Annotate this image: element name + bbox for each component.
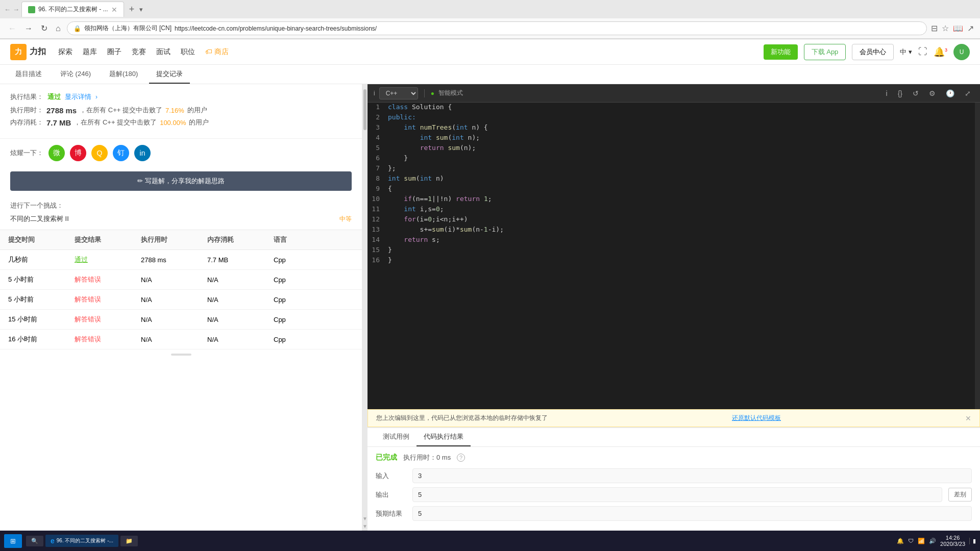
new-tab-btn[interactable]: + <box>126 4 138 15</box>
download-btn[interactable]: 下载 App <box>804 44 846 60</box>
header-right: 新功能 下载 App 会员中心 中 ▾ ⛶ 🔔3 U <box>764 44 970 60</box>
line-num-8: 8 <box>368 174 388 182</box>
runtime-percent: 7.16% <box>165 107 184 114</box>
clock-icon[interactable]: 🕐 <box>943 88 958 99</box>
back-btn[interactable]: ← <box>6 22 18 35</box>
code-line-14: 14 return s; <box>368 235 975 245</box>
tab-back-icon[interactable]: ← <box>4 6 11 13</box>
share-weibo-btn[interactable]: 博 <box>70 145 86 161</box>
code-line-1: 1 class Solution { <box>368 103 975 113</box>
taskbar-notification-icon: 🔔 <box>897 538 904 544</box>
taskbar-search[interactable]: 🔍 <box>26 536 43 546</box>
logo[interactable]: 力 力扣 <box>10 44 46 60</box>
input-value: 3 <box>412 468 972 483</box>
row3-result-fail[interactable]: 解答错误 <box>75 295 101 303</box>
nav-problems[interactable]: 题库 <box>83 47 97 57</box>
runtime-desc: ，在所有 C++ 提交中击败了 <box>80 106 162 115</box>
tab-submissions[interactable]: 提交记录 <box>149 65 190 84</box>
split-view-btn[interactable]: ⊟ <box>931 23 938 33</box>
exec-time: 执行用时：0 ms <box>403 453 451 462</box>
runtime-value: 2788 ms <box>46 106 77 115</box>
result-status: 通过 <box>47 92 61 102</box>
refresh-code-icon[interactable]: ↺ <box>910 88 922 99</box>
restore-default-link[interactable]: 还原默认代码模板 <box>732 414 781 422</box>
home-btn[interactable]: ⌂ <box>54 22 63 35</box>
row3-memory: N/A <box>207 296 274 304</box>
tab-list-arrow[interactable]: ▾ <box>139 6 143 13</box>
new-feature-btn[interactable]: 新功能 <box>764 44 798 60</box>
expand-icon[interactable]: ⤢ <box>962 88 974 99</box>
exec-info-icon[interactable]: ? <box>457 454 465 462</box>
nav-circle[interactable]: 圈子 <box>107 47 121 57</box>
taskbar-network-icon: 📶 <box>918 538 925 544</box>
active-tab[interactable]: 96. 不同的二叉搜索树 - ... ✕ <box>21 2 124 17</box>
reading-list-btn[interactable]: 📖 <box>953 23 963 33</box>
line-num-3: 3 <box>368 123 388 131</box>
notification-text: 您上次编辑到这里，代码已从您浏览器本地的临时存储中恢复了 <box>376 414 548 422</box>
member-btn[interactable]: 会员中心 <box>852 44 894 60</box>
line-content-7: }; <box>388 164 396 172</box>
nav-shop[interactable]: 🏷 商店 <box>205 47 229 57</box>
share-qzone-btn[interactable]: Q <box>91 145 108 161</box>
start-btn[interactable]: ⊞ <box>4 534 22 548</box>
scroll-down-indicator[interactable] <box>171 354 191 356</box>
fullscreen-icon[interactable]: ⛶ <box>918 46 927 57</box>
tab-test-case[interactable]: 测试用例 <box>376 428 416 446</box>
diff-btn[interactable]: 差别 <box>948 488 972 502</box>
tab-solutions[interactable]: 题解(180) <box>102 65 145 84</box>
challenge-name[interactable]: 不同的二叉搜索树 II <box>10 214 69 223</box>
code-icon[interactable]: {} <box>895 88 905 99</box>
table-row: 几秒前 通过 2788 ms 7.7 MB Cpp <box>0 250 362 270</box>
row4-memory: N/A <box>207 316 274 323</box>
row4-result-fail[interactable]: 解答错误 <box>75 315 101 323</box>
notification-close-btn[interactable]: ✕ <box>965 414 971 422</box>
result-status-row: 已完成 执行用时：0 ms ? <box>376 453 972 462</box>
input-row: 输入 3 <box>376 468 972 483</box>
left-panel: 执行结果： 通过 显示详情 › 执行用时： 2788 ms ，在所有 C++ 提… <box>0 84 362 531</box>
info-icon[interactable]: i <box>883 88 891 99</box>
share-wechat-btn[interactable]: 微 <box>48 145 65 161</box>
left-scrollbar[interactable]: ▼ ▼ <box>362 84 368 531</box>
lang-selector[interactable]: C++ Java Python <box>379 87 418 99</box>
share-dingding-btn[interactable]: 钉 <box>113 145 129 161</box>
code-editor[interactable]: 1 class Solution { 2 public: 3 int numTr… <box>368 103 975 409</box>
tab-exec-result[interactable]: 代码执行结果 <box>416 428 471 446</box>
nav-career[interactable]: 职位 <box>181 47 195 57</box>
refresh-btn[interactable]: ↻ <box>39 21 50 35</box>
taskbar-show-desktop[interactable]: ▮ <box>969 538 976 544</box>
tab-forward-icon[interactable]: → <box>13 6 19 13</box>
avatar[interactable]: U <box>953 44 970 60</box>
notification-icon[interactable]: 🔔3 <box>934 46 947 58</box>
settings-icon[interactable]: ⚙ <box>926 88 939 99</box>
line-num-14: 14 <box>368 236 388 243</box>
share-section: 炫耀一下： 微 博 Q 钉 in <box>0 139 362 167</box>
taskbar-ie[interactable]: e 96. 不同的二叉搜索树 -... <box>45 535 118 547</box>
row1-result-pass[interactable]: 通过 <box>75 256 88 263</box>
row1-time: 几秒前 <box>8 255 75 264</box>
taskbar-explorer[interactable]: 📁 <box>120 536 138 546</box>
write-solution-btn[interactable]: ✏ 写题解，分享我的解题思路 <box>10 171 352 191</box>
nav-interview[interactable]: 面试 <box>156 47 170 57</box>
favorites-btn[interactable]: ☆ <box>942 23 949 33</box>
share-btn[interactable]: ↗ <box>967 23 974 33</box>
line-content-15: } <box>388 246 392 254</box>
code-scrollbar[interactable] <box>975 103 980 409</box>
tab-comments[interactable]: 评论 (246) <box>53 65 98 84</box>
result-detail-link[interactable]: 显示详情 <box>65 92 91 102</box>
tab-close-btn[interactable]: ✕ <box>111 6 117 14</box>
row2-result-fail[interactable]: 解答错误 <box>75 276 101 283</box>
share-linkedin-btn[interactable]: in <box>134 145 151 161</box>
nav-explore[interactable]: 探索 <box>58 47 72 57</box>
tab-title: 96. 不同的二叉搜索树 - ... <box>38 5 108 14</box>
tab-description[interactable]: 题目描述 <box>8 65 49 84</box>
code-line-11: 11 int i,s=0; <box>368 205 975 215</box>
url-bar: 🔒 领扣网络（上海）有限公司 [CN] https://leetcode-cn.… <box>67 21 927 35</box>
lang-btn[interactable]: 中 ▾ <box>900 47 912 57</box>
forward-btn[interactable]: → <box>22 22 35 35</box>
memory-stat-row: 内存消耗： 7.7 MB ，在所有 C++ 提交中击败了 100.00% 的用户 <box>10 118 352 127</box>
tab-bar: ← → 96. 不同的二叉搜索树 - ... ✕ + ▾ <box>0 0 980 18</box>
line-num-13: 13 <box>368 226 388 233</box>
line-content-14: return s; <box>388 236 440 243</box>
row5-result-fail[interactable]: 解答错误 <box>75 335 101 343</box>
nav-contest[interactable]: 竞赛 <box>132 47 146 57</box>
